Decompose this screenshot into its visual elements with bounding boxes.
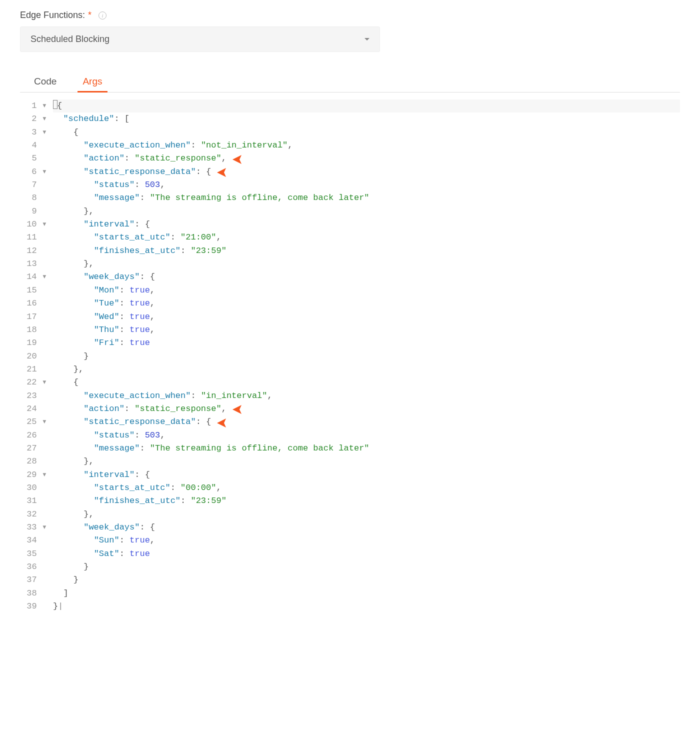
editor-line[interactable]: 18 "Thu": true,: [20, 324, 680, 336]
line-number: 21: [20, 363, 53, 376]
code-content[interactable]: "Sun": true,: [53, 534, 680, 547]
code-content[interactable]: "message": "The streaming is offline, co…: [53, 442, 680, 455]
code-content[interactable]: },: [53, 508, 680, 521]
editor-line[interactable]: 12 "finishes_at_utc": "23:59": [20, 244, 680, 258]
editor-line[interactable]: 4 "execute_action_when": "not_in_interva…: [20, 139, 680, 152]
editor-line[interactable]: 36 }: [20, 560, 680, 574]
code-content[interactable]: "Fri": true: [53, 336, 680, 350]
editor-line[interactable]: 34 "Sun": true,: [20, 534, 680, 547]
code-content[interactable]: },: [53, 205, 680, 218]
code-content[interactable]: {: [53, 126, 680, 139]
code-content[interactable]: "action": "static_response",: [53, 152, 680, 165]
editor-line[interactable]: 7 "status": 503,: [20, 178, 680, 192]
code-content[interactable]: }: [53, 560, 680, 574]
code-content[interactable]: "starts_at_utc": "21:00",: [53, 231, 680, 244]
editor-line[interactable]: 15 "Mon": true,: [20, 284, 680, 297]
line-number: 7: [20, 178, 53, 192]
editor-line[interactable]: 1 ▾{: [20, 100, 680, 112]
editor-line[interactable]: 13 },: [20, 258, 680, 270]
code-content[interactable]: "execute_action_when": "in_interval",: [53, 390, 680, 402]
editor-line[interactable]: 32 },: [20, 508, 680, 521]
code-content[interactable]: "static_response_data": {: [53, 416, 680, 428]
line-number: 3 ▾: [20, 126, 53, 139]
editor-line[interactable]: 20 }: [20, 350, 680, 363]
code-content[interactable]: "message": "The streaming is offline, co…: [53, 192, 680, 204]
editor-line[interactable]: 19 "Fri": true: [20, 336, 680, 350]
editor-line[interactable]: 14 ▾ "week_days": {: [20, 270, 680, 284]
code-content[interactable]: "interval": {: [53, 218, 680, 231]
editor-line[interactable]: 2 ▾ "schedule": [: [20, 112, 680, 126]
code-content[interactable]: "Sat": true: [53, 548, 680, 560]
code-content[interactable]: },: [53, 363, 680, 376]
code-content[interactable]: "status": 503,: [53, 178, 680, 192]
edge-function-select[interactable]: Scheduled Blocking: [20, 26, 380, 52]
code-content[interactable]: "Tue": true,: [53, 297, 680, 310]
code-content[interactable]: "finishes_at_utc": "23:59": [53, 244, 680, 258]
editor-line[interactable]: 17 "Wed": true,: [20, 310, 680, 324]
code-content[interactable]: }: [53, 574, 680, 586]
code-content[interactable]: "starts_at_utc": "00:00",: [53, 482, 680, 494]
line-number: 27: [20, 442, 53, 455]
line-number: 30: [20, 482, 53, 494]
code-content[interactable]: "action": "static_response",: [53, 402, 680, 416]
line-number: 29 ▾: [20, 468, 53, 482]
editor-line[interactable]: 24 "action": "static_response",: [20, 402, 680, 416]
editor-line[interactable]: 31 "finishes_at_utc": "23:59": [20, 494, 680, 508]
code-content[interactable]: "Wed": true,: [53, 310, 680, 324]
code-content[interactable]: "schedule": [: [53, 112, 680, 126]
code-content[interactable]: "week_days": {: [53, 521, 680, 534]
editor-line[interactable]: 11 "starts_at_utc": "21:00",: [20, 231, 680, 244]
code-content[interactable]: ]: [53, 587, 680, 600]
editor-line[interactable]: 3 ▾ {: [20, 126, 680, 139]
tab-args[interactable]: Args: [78, 72, 107, 92]
editor-line[interactable]: 38 ]: [20, 587, 680, 600]
editor-line[interactable]: 8 "message": "The streaming is offline, …: [20, 192, 680, 204]
annotation-arrow-icon: [228, 404, 288, 416]
editor-line[interactable]: 28 },: [20, 455, 680, 468]
code-content[interactable]: "finishes_at_utc": "23:59": [53, 494, 680, 508]
tabs: CodeArgs: [20, 72, 680, 92]
code-content[interactable]: "Thu": true,: [53, 324, 680, 336]
line-number: 15: [20, 284, 53, 297]
tab-code[interactable]: Code: [29, 72, 62, 92]
code-content[interactable]: }: [53, 350, 680, 363]
editor-line[interactable]: 9 },: [20, 205, 680, 218]
code-content[interactable]: "static_response_data": {: [53, 166, 680, 178]
code-content[interactable]: "interval": {: [53, 468, 680, 482]
editor-line[interactable]: 25 ▾ "static_response_data": {: [20, 416, 680, 428]
code-content[interactable]: "Mon": true,: [53, 284, 680, 297]
text-cursor: |: [58, 602, 63, 611]
code-content[interactable]: {: [53, 100, 680, 112]
line-number: 17: [20, 310, 53, 324]
editor-line[interactable]: 37 }: [20, 574, 680, 586]
editor-line[interactable]: 33 ▾ "week_days": {: [20, 521, 680, 534]
info-icon[interactable]: i: [98, 12, 106, 20]
editor-line[interactable]: 5 "action": "static_response",: [20, 152, 680, 165]
line-number: 26: [20, 429, 53, 442]
editor-line[interactable]: 21 },: [20, 363, 680, 376]
code-content[interactable]: "status": 503,: [53, 429, 680, 442]
editor-line[interactable]: 10 ▾ "interval": {: [20, 218, 680, 231]
editor-line[interactable]: 22 ▾ {: [20, 376, 680, 389]
editor-line[interactable]: 29 ▾ "interval": {: [20, 468, 680, 482]
editor-line[interactable]: 23 "execute_action_when": "in_interval",: [20, 390, 680, 402]
code-content[interactable]: },: [53, 455, 680, 468]
code-content[interactable]: "execute_action_when": "not_in_interval"…: [53, 139, 680, 152]
code-content[interactable]: {: [53, 376, 680, 389]
editor-line[interactable]: 26 "status": 503,: [20, 429, 680, 442]
line-number: 13: [20, 258, 53, 270]
code-content[interactable]: }|: [53, 600, 680, 613]
line-number: 35: [20, 548, 53, 560]
editor-line[interactable]: 6 ▾ "static_response_data": {: [20, 166, 680, 178]
field-label: Edge Functions:: [20, 10, 85, 20]
editor-line[interactable]: 35 "Sat": true: [20, 548, 680, 560]
editor-line[interactable]: 39 }|: [20, 600, 680, 613]
editor-line[interactable]: 27 "message": "The streaming is offline,…: [20, 442, 680, 455]
code-content[interactable]: "week_days": {: [53, 270, 680, 284]
editor-line[interactable]: 16 "Tue": true,: [20, 297, 680, 310]
line-number: 37: [20, 574, 53, 586]
field-label-row: Edge Functions: * i: [20, 10, 680, 20]
code-content[interactable]: },: [53, 258, 680, 270]
editor-line[interactable]: 30 "starts_at_utc": "00:00",: [20, 482, 680, 494]
code-editor[interactable]: 1 ▾{2 ▾ "schedule": [3 ▾ {4 "execute_act…: [20, 100, 680, 613]
